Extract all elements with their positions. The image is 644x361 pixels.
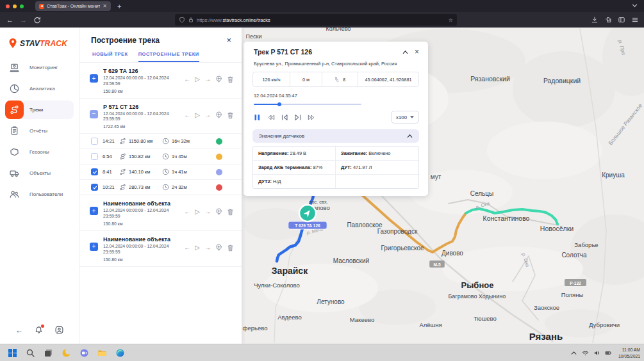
- fast-forward-button[interactable]: [308, 114, 315, 121]
- expand-track-button[interactable]: +: [90, 243, 98, 251]
- sidebar-toggle-icon[interactable]: [618, 16, 625, 24]
- prev-point-button[interactable]: ←: [184, 112, 190, 118]
- collapse-sidebar-icon[interactable]: ←: [15, 326, 23, 335]
- reload-button[interactable]: [33, 16, 41, 24]
- segment-checkbox[interactable]: [91, 168, 98, 175]
- road-badge-label: М-5: [433, 262, 441, 267]
- play-track-button[interactable]: ▷: [195, 112, 200, 118]
- step-forward-button[interactable]: [294, 114, 302, 121]
- sidebar-item-analytics[interactable]: Аналитика: [5, 79, 74, 98]
- track-item: +Наименование объекта12.04.2024 00:00:00…: [79, 231, 242, 267]
- play-track-button[interactable]: ▷: [195, 245, 200, 251]
- shield-icon[interactable]: [179, 17, 185, 23]
- browser-toolbar: ← → https://www.stavtrack.online/tracks …: [0, 12, 644, 28]
- delete-track-button[interactable]: [227, 76, 234, 83]
- sidebar-item-users[interactable]: Пользователи: [5, 185, 74, 204]
- segment-checkbox[interactable]: [91, 153, 98, 160]
- play-track-button[interactable]: ▷: [195, 209, 200, 215]
- delete-track-button[interactable]: [227, 208, 234, 216]
- sidebar-item-objects[interactable]: Объекты: [5, 164, 74, 182]
- sidebar-item-monitoring[interactable]: Мониторинг: [5, 58, 74, 77]
- step-back-button[interactable]: [281, 114, 288, 121]
- url-path: /tracks: [256, 17, 270, 23]
- browser-tab[interactable]: СтавТрак - Онлайн мониторин ✕: [35, 1, 111, 11]
- collapse-panel-icon[interactable]: [402, 49, 408, 55]
- add-geopoint-button[interactable]: [215, 244, 222, 252]
- segment-checkbox[interactable]: [91, 138, 98, 145]
- expand-track-button[interactable]: +: [90, 207, 98, 215]
- slider-thumb[interactable]: [277, 102, 281, 106]
- forward-button[interactable]: →: [20, 16, 27, 24]
- delete-track-button[interactable]: [227, 244, 234, 252]
- next-point-button[interactable]: →: [204, 245, 211, 251]
- volume-icon[interactable]: [593, 349, 600, 357]
- add-geopoint-button[interactable]: [215, 111, 222, 119]
- battery-icon[interactable]: [605, 349, 612, 357]
- tab-close-icon[interactable]: ✕: [103, 3, 107, 9]
- prev-point-button[interactable]: ←: [184, 245, 190, 251]
- track-segment-row[interactable]: 14:211150.80 км16ч 32м: [79, 133, 242, 148]
- add-geopoint-button[interactable]: [215, 76, 222, 83]
- profile-icon[interactable]: [54, 325, 64, 335]
- map-town-label: Криуша: [602, 172, 625, 179]
- list-tabs-chevron-icon[interactable]: [632, 3, 638, 8]
- track-segment-row[interactable]: 8:41140.10 км1ч 41м: [79, 164, 242, 179]
- notifications-bell-icon[interactable]: [34, 325, 44, 335]
- prev-point-button[interactable]: ←: [184, 209, 190, 215]
- delete-track-button[interactable]: [227, 111, 234, 119]
- close-panel-icon[interactable]: ×: [415, 49, 419, 55]
- add-geopoint-button[interactable]: [215, 208, 222, 216]
- file-explorer-icon[interactable]: [97, 348, 107, 358]
- playback-slider[interactable]: [254, 102, 361, 106]
- segment-checkbox[interactable]: [91, 184, 98, 191]
- menu-hamburger-icon[interactable]: [631, 16, 639, 24]
- track-segment-row[interactable]: 6:54150.82 км1ч 45м: [79, 148, 242, 164]
- sidebar-item-tracks[interactable]: Треки: [5, 100, 74, 119]
- close-builder-icon[interactable]: ×: [226, 37, 231, 44]
- taskbar-clock[interactable]: 11:00 AM 10/05/2021: [618, 347, 640, 358]
- window-zoom-button[interactable]: [20, 4, 24, 8]
- rewind-button[interactable]: [267, 114, 275, 121]
- downloads-icon[interactable]: [591, 16, 599, 24]
- search-icon[interactable]: [26, 348, 35, 358]
- url-bar[interactable]: https://www.stavtrack.online/tracks ☆: [175, 14, 457, 26]
- builder-tab-new-track[interactable]: НОВЫЙ ТРЕК: [92, 51, 128, 62]
- collapse-track-button[interactable]: −: [90, 110, 98, 118]
- next-point-button[interactable]: →: [204, 209, 211, 215]
- wifi-icon[interactable]: [582, 349, 589, 357]
- track-item-row[interactable]: +Наименование объекта12.04.2024 00:00:00…: [79, 231, 242, 266]
- track-item-row[interactable]: +Т 629 ТА 12612.04.2024 00:00:00 - 12.04…: [79, 63, 242, 98]
- new-tab-button[interactable]: +: [117, 3, 121, 10]
- track-item-row[interactable]: +Наименование объекта12.04.2024 00:00:00…: [79, 195, 242, 230]
- sensors-header[interactable]: Значения датчиков: [252, 129, 419, 143]
- sidebar-item-reports[interactable]: Отчёты: [5, 122, 74, 140]
- map-town-label: Дивово: [442, 250, 463, 257]
- bookmark-star-icon[interactable]: ☆: [449, 17, 453, 23]
- prev-point-button[interactable]: ←: [184, 76, 190, 83]
- pause-button[interactable]: [254, 114, 261, 121]
- lock-icon[interactable]: [188, 17, 194, 23]
- next-point-button[interactable]: →: [204, 76, 211, 83]
- builder-tab-built-tracks[interactable]: ПОСТРОЕННЫЕ ТРЕКИ: [138, 51, 199, 62]
- next-point-button[interactable]: →: [204, 112, 211, 118]
- extensions-icon[interactable]: [604, 16, 612, 24]
- edge-browser-icon[interactable]: [115, 348, 125, 358]
- back-button[interactable]: ←: [6, 16, 13, 24]
- play-track-button[interactable]: ▷: [195, 76, 200, 83]
- stavtrack-favicon: [39, 4, 44, 9]
- window-minimize-button[interactable]: [13, 4, 17, 8]
- window-close-button[interactable]: [6, 4, 10, 8]
- track-segment-row[interactable]: 10:21280.73 км2ч 32м: [79, 179, 242, 195]
- start-button-icon[interactable]: [8, 348, 17, 358]
- speed-multiplier-select[interactable]: x100: [391, 111, 419, 124]
- sidebar-item-geozones[interactable]: Геозоны: [5, 143, 74, 161]
- map-town-label: Константиново: [483, 214, 530, 222]
- tray-chevron-icon[interactable]: [570, 349, 577, 357]
- track-item-row[interactable]: −Р 571 СТ 12612.04.2024 00:00:00 - 12.04…: [79, 99, 242, 134]
- chat-app-icon[interactable]: [79, 348, 89, 358]
- expand-track-button[interactable]: +: [90, 74, 98, 83]
- map-town-label: Заокское: [534, 304, 559, 311]
- task-view-icon[interactable]: [44, 348, 53, 358]
- track-list: +Т 629 ТА 12612.04.2024 00:00:00 - 12.04…: [79, 62, 242, 267]
- moon-app-icon[interactable]: [62, 348, 71, 358]
